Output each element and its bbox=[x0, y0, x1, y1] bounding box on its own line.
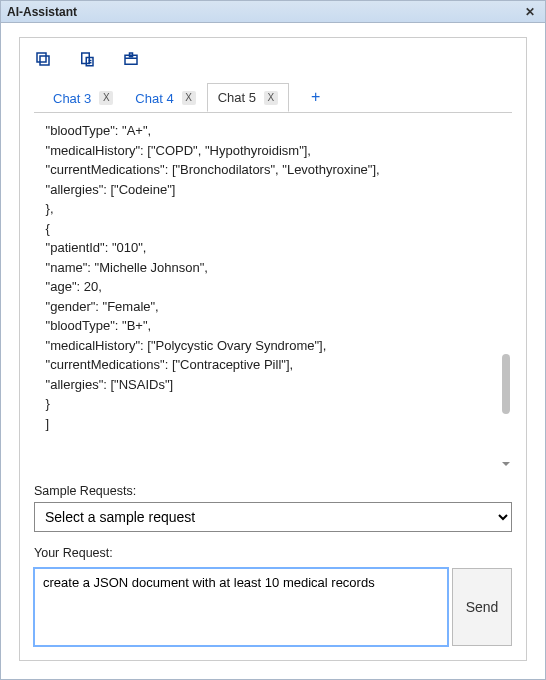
send-button[interactable]: Send bbox=[452, 568, 512, 646]
request-input[interactable] bbox=[34, 568, 448, 646]
tab-close-icon[interactable]: X bbox=[99, 91, 113, 105]
chevron-down-icon[interactable] bbox=[500, 458, 512, 470]
tab-add-button[interactable]: + bbox=[297, 82, 334, 112]
close-icon[interactable]: ✕ bbox=[521, 5, 539, 19]
tab-label: Chat 4 bbox=[135, 91, 173, 106]
your-request-label: Your Request: bbox=[34, 546, 512, 560]
tab-chat-4[interactable]: Chat 4 X bbox=[124, 84, 206, 112]
scrollbar[interactable] bbox=[502, 119, 510, 454]
toolbar bbox=[34, 50, 512, 82]
copy-icon[interactable] bbox=[34, 50, 52, 68]
tab-bar: Chat 3 X Chat 4 X Chat 5 X + bbox=[34, 82, 512, 113]
main-panel: Chat 3 X Chat 4 X Chat 5 X + "bloodType"… bbox=[19, 37, 527, 661]
scroll-thumb[interactable] bbox=[502, 354, 510, 414]
request-row: Send bbox=[34, 568, 512, 646]
send-to-window-icon[interactable] bbox=[122, 50, 140, 68]
svg-rect-0 bbox=[40, 56, 49, 65]
paste-icon[interactable] bbox=[78, 50, 96, 68]
tab-label: Chat 5 bbox=[218, 90, 256, 105]
window: AI-Assistant ✕ bbox=[0, 0, 546, 680]
tab-chat-5[interactable]: Chat 5 X bbox=[207, 83, 289, 112]
tab-close-icon[interactable]: X bbox=[182, 91, 196, 105]
response-viewer[interactable]: "bloodType": "A+", "medicalHistory": ["C… bbox=[34, 117, 512, 470]
window-title: AI-Assistant bbox=[7, 5, 77, 19]
sample-request-select[interactable]: Select a sample request bbox=[34, 502, 512, 532]
titlebar: AI-Assistant ✕ bbox=[1, 1, 545, 23]
content-area: Chat 3 X Chat 4 X Chat 5 X + "bloodType"… bbox=[1, 23, 545, 679]
tab-label: Chat 3 bbox=[53, 91, 91, 106]
tab-chat-3[interactable]: Chat 3 X bbox=[42, 84, 124, 112]
svg-rect-1 bbox=[37, 53, 46, 62]
response-text: "bloodType": "A+", "medicalHistory": ["C… bbox=[34, 117, 512, 437]
sample-requests-label: Sample Requests: bbox=[34, 484, 512, 498]
tab-close-icon[interactable]: X bbox=[264, 91, 278, 105]
